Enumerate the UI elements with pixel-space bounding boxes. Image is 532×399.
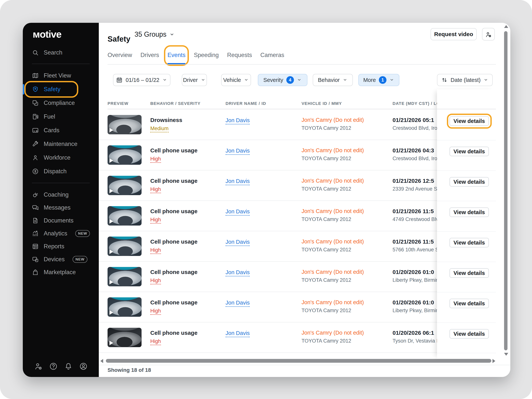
vehicle-id-link[interactable]: Jon's Camry (Do not edit) (302, 269, 364, 275)
severity-label[interactable]: Medium (150, 126, 169, 133)
horizontal-scrollbar[interactable] (106, 359, 491, 363)
vehicle-id-link[interactable]: Jon's Camry (Do not edit) (302, 208, 364, 214)
horizontal-scroll-left-arrow[interactable] (100, 359, 103, 363)
severity-label[interactable]: High (150, 186, 161, 193)
event-date: 01/21/2026 04:3 (393, 147, 434, 154)
sidebar-item-messages[interactable]: Messages (23, 201, 99, 214)
vehicle-mmy: TOYOTA Camry 2012 (302, 247, 351, 253)
sidebar-divider (32, 64, 90, 64)
driver-link[interactable]: Jon Davis (226, 178, 250, 185)
tab-requests[interactable]: Requests (227, 52, 252, 64)
safety-settings-button[interactable] (482, 28, 495, 40)
tab-events[interactable]: Events (167, 52, 185, 64)
date-range-filter[interactable]: 01/16 – 01/22 (113, 74, 171, 86)
driver-filter-label: Driver (183, 77, 198, 83)
severity-label[interactable]: High (150, 308, 161, 315)
view-details-button[interactable]: View details (450, 238, 489, 247)
row-divider (437, 323, 496, 323)
vehicle-filter[interactable]: Vehicle (221, 74, 251, 86)
sidebar-item-devices[interactable]: Devices NEW (23, 253, 99, 266)
horizontal-scroll-right-arrow[interactable] (493, 359, 495, 363)
vehicle-id-link[interactable]: Jon's Camry (Do not edit) (302, 330, 364, 336)
vertical-scroll-up-arrow[interactable] (504, 25, 508, 28)
view-details-button[interactable]: View details (450, 268, 489, 278)
sidebar-item-fuel[interactable]: Fuel (23, 110, 99, 124)
chevron-down-icon (162, 77, 167, 82)
behavior-filter[interactable]: Behavior (313, 74, 353, 86)
sidebar-item-coaching[interactable]: Coaching (23, 188, 99, 201)
sidebar-item-analytics[interactable]: Analytics NEW (23, 227, 99, 240)
severity-label[interactable]: High (150, 217, 161, 224)
sidebar-item-safety[interactable]: Safety (23, 82, 99, 96)
severity-label[interactable]: High (150, 247, 161, 254)
severity-label[interactable]: High (150, 156, 161, 163)
notifications-bell-icon[interactable] (64, 362, 73, 371)
sidebar-nav-item-label: Maintenance (44, 141, 77, 147)
play-icon (109, 341, 113, 345)
sidebar-item-compliance[interactable]: Compliance (23, 96, 99, 110)
vehicle-id-link[interactable]: Jon's Camry (Do not edit) (302, 299, 364, 305)
tab-cameras[interactable]: Cameras (260, 52, 284, 64)
chevron-down-icon (297, 77, 302, 82)
vertical-scroll-down-arrow[interactable] (504, 353, 508, 356)
help-icon[interactable] (49, 362, 58, 371)
event-preview-thumbnail[interactable] (108, 206, 142, 226)
driver-link[interactable]: Jon Davis (226, 239, 250, 246)
event-preview-thumbnail[interactable] (108, 176, 142, 195)
sidebar-item-maintenance[interactable]: Maintenance (23, 137, 99, 151)
driver-filter[interactable]: Driver (182, 74, 207, 86)
driver-link[interactable]: Jon Davis (226, 209, 250, 216)
sidebar-item-dispatch[interactable]: Dispatch (23, 165, 99, 178)
event-preview-thumbnail[interactable] (108, 237, 142, 256)
chat-icon (32, 204, 39, 211)
event-date: 01/21/2026 11:5 (393, 208, 434, 215)
sidebar-item-reports[interactable]: Reports (23, 240, 99, 253)
driver-link[interactable]: Jon Davis (226, 117, 250, 124)
sidebar-item-workforce[interactable]: Workforce (23, 151, 99, 165)
driver-link[interactable]: Jon Davis (226, 300, 250, 307)
tab-drivers[interactable]: Drivers (140, 52, 159, 64)
vehicle-id-link[interactable]: Jon's Camry (Do not edit) (302, 238, 364, 245)
vertical-scrollbar[interactable] (504, 31, 507, 350)
more-filters[interactable]: More 1 (358, 74, 399, 86)
view-details-button[interactable]: View details (450, 116, 489, 126)
severity-label[interactable]: High (150, 338, 161, 345)
event-preview-thumbnail[interactable] (108, 115, 142, 134)
tab-overview[interactable]: Overview (108, 52, 132, 64)
event-preview-thumbnail[interactable] (108, 267, 142, 286)
profile-icon[interactable] (79, 362, 88, 371)
severity-filter[interactable]: Severity 4 (258, 74, 307, 86)
view-details-button[interactable]: View details (450, 299, 489, 308)
vehicle-id-link[interactable]: Jon's Camry (Do not edit) (302, 147, 364, 153)
view-details-button[interactable]: View details (450, 329, 489, 339)
event-preview-thumbnail[interactable] (108, 328, 142, 347)
group-selector[interactable]: 35 Groups (134, 30, 174, 38)
vehicle-id-link[interactable]: Jon's Camry (Do not edit) (302, 117, 364, 123)
tab-speeding[interactable]: Speeding (194, 52, 219, 64)
vehicle-id-link[interactable]: Jon's Camry (Do not edit) (302, 178, 364, 184)
sidebar-nav-item-label: Marketplace (44, 269, 76, 276)
event-preview-thumbnail[interactable] (108, 145, 142, 165)
view-details-button[interactable]: View details (450, 208, 489, 217)
behavior-filter-label: Behavior (318, 77, 340, 83)
sidebar-item-fleet-view[interactable]: Fleet View (23, 69, 99, 82)
sidebar-item-cards[interactable]: Cards (23, 124, 99, 137)
event-preview-thumbnail[interactable] (108, 297, 142, 317)
severity-label[interactable]: High (150, 278, 161, 285)
request-video-button[interactable]: Request video (431, 28, 477, 40)
driver-link[interactable]: Jon Davis (226, 148, 250, 155)
driver-link[interactable]: Jon Davis (226, 330, 250, 337)
sidebar-item-marketplace[interactable]: Marketplace (23, 266, 99, 279)
behavior-label: Cell phone usage (150, 330, 197, 336)
sidebar-item-search[interactable]: Search (23, 46, 99, 59)
play-icon (109, 219, 113, 224)
sort-selector[interactable]: Date (latest) (437, 74, 493, 86)
driver-link[interactable]: Jon Davis (226, 269, 250, 276)
view-details-button[interactable]: View details (450, 177, 489, 187)
admin-settings-icon[interactable] (34, 362, 43, 371)
sidebar-item-documents[interactable]: Documents (23, 214, 99, 227)
person-icon (32, 154, 39, 161)
behavior-label: Drowsiness (150, 117, 182, 123)
view-details-button[interactable]: View details (450, 147, 489, 156)
row-divider (437, 140, 496, 140)
